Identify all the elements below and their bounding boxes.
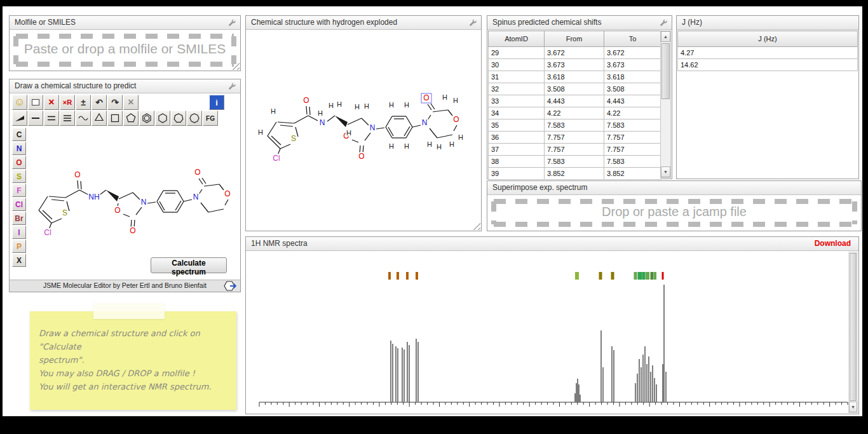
double-bond-button[interactable] (44, 111, 59, 126)
scroll-track[interactable] (661, 42, 670, 166)
wrench-icon[interactable] (227, 18, 236, 27)
undo-button[interactable]: ↶ (92, 95, 107, 110)
svg-text:O: O (453, 115, 459, 124)
smiley-button[interactable]: ☺ (12, 95, 27, 110)
editor-toolbar-row2: FG (12, 111, 219, 126)
sticky-note-line: You will get an interactive NMR spectrum… (39, 380, 236, 393)
chain-bond-button[interactable] (76, 111, 91, 126)
sticky-note: Draw a chemical structure and click on "… (30, 311, 236, 410)
j-row[interactable]: 14.62 (678, 59, 858, 71)
delete-button[interactable]: × (123, 95, 139, 110)
j-panel-titlebar: J (Hz) (677, 16, 858, 30)
shifts-row[interactable]: 334.4434.443 (489, 95, 661, 107)
shifts-row[interactable]: 367.7577.757 (489, 132, 661, 144)
download-link[interactable]: Download (815, 237, 851, 250)
single-bond-button[interactable] (28, 111, 43, 126)
cyclohexane-ring-button[interactable] (155, 111, 170, 126)
molfile-panel-titlebar: Molfile or SMILES (10, 16, 240, 30)
sticky-note-text: Draw a chemical structure and click on "… (39, 327, 236, 393)
cycloheptane-ring-button[interactable] (171, 111, 186, 126)
rgroup-button[interactable]: ×R (60, 95, 75, 110)
shifts-row[interactable]: 313.6183.618 (489, 71, 661, 83)
spectrum-scrollbar[interactable]: ▼ (848, 252, 858, 413)
wedge-bond-button[interactable] (12, 111, 27, 126)
element-button-br[interactable]: Br (12, 212, 26, 225)
toolbar-spacer (139, 95, 209, 110)
shifts-cell: 3.508 (545, 83, 604, 95)
shifts-panel-titlebar: Spinus predicted chemical shifts (487, 16, 672, 30)
shifts-scrollbar[interactable]: ▲ ▼ (660, 31, 671, 178)
dropzone-dash-border (494, 199, 855, 204)
molfile-dropzone-text: Paste or drop a molfile or SMILES (11, 41, 239, 57)
triple-bond-button[interactable] (60, 111, 75, 126)
shifts-row[interactable]: 293.6723.672 (489, 47, 661, 59)
element-button-n[interactable]: N (12, 142, 26, 155)
shifts-row[interactable]: 377.7577.757 (489, 144, 661, 156)
shifts-cell: 29 (489, 47, 545, 59)
svg-text:H: H (364, 102, 369, 110)
shifts-row[interactable]: 393.8523.852 (489, 168, 661, 180)
shifts-row[interactable]: 387.5837.583 (489, 156, 661, 168)
functional-group-button[interactable]: FG (203, 111, 218, 126)
editor-footer-text: JSME Molecular Editor by Peter Ertl and … (43, 281, 207, 289)
resize-handle[interactable] (473, 222, 480, 230)
j-row[interactable]: 4.27 (678, 47, 858, 59)
benzene-ring-button[interactable] (139, 111, 154, 126)
wrench-icon[interactable] (468, 18, 477, 27)
cyclopropane-ring-button[interactable] (92, 111, 107, 126)
molfile-dropzone[interactable]: Paste or drop a molfile or SMILES (11, 31, 239, 69)
shifts-cell: 7.757 (545, 144, 604, 156)
redo-button[interactable]: ↷ (107, 95, 123, 110)
svg-text:O: O (224, 189, 230, 198)
scroll-down-button[interactable]: ▼ (849, 402, 857, 412)
cyclooctane-ring-button[interactable] (187, 111, 202, 126)
jsme-logo-icon[interactable] (224, 281, 238, 291)
svg-text:N: N (370, 123, 376, 132)
shifts-cell: 4.22 (545, 107, 604, 119)
select-rectangle-button[interactable] (28, 95, 43, 110)
scroll-track[interactable] (849, 252, 857, 402)
element-button-x[interactable]: X (12, 254, 26, 267)
editor-molecule-svg[interactable]: SClONHOONNOO (27, 154, 241, 269)
superimpose-panel: Superimpose exp. spectrum Drop or paste … (487, 180, 862, 231)
element-button-o[interactable]: O (12, 156, 26, 169)
svg-text:NH: NH (88, 193, 99, 201)
scroll-down-button[interactable]: ▼ (661, 166, 670, 177)
shifts-row[interactable]: 344.224.22 (489, 107, 661, 119)
nmr-spectrum-svg[interactable] (247, 252, 849, 414)
shifts-cell: 35 (489, 119, 545, 132)
shifts-row[interactable]: 303.6733.673 (489, 59, 661, 71)
shifts-cell: 7.757 (545, 132, 604, 144)
molfile-panel: Molfile or SMILES Paste or drop a molfil… (9, 15, 241, 71)
scroll-thumb[interactable] (850, 253, 857, 401)
shifts-cell: 7.583 (604, 156, 661, 168)
wrench-icon[interactable] (227, 82, 236, 91)
cyclopentane-ring-button[interactable] (123, 111, 139, 126)
shifts-row[interactable]: 357.5837.583 (489, 119, 661, 132)
clear-button[interactable]: × (44, 95, 59, 110)
svg-text:H: H (318, 109, 323, 117)
shifts-cell: 36 (489, 132, 545, 144)
shifts-cell: 3.618 (545, 71, 604, 83)
jcamp-dropzone[interactable]: Drop or paste a jcamp file (489, 196, 860, 229)
shifts-row[interactable]: 323.5083.508 (489, 83, 661, 95)
cyclobutane-ring-button[interactable] (107, 111, 123, 126)
charge-button[interactable]: ± (76, 95, 91, 110)
info-button[interactable]: i (209, 95, 224, 110)
exploded-molecule-svg[interactable]: SClONOONNOOHHHHHHHHHHHHHHHHHH (251, 76, 477, 210)
calculate-spectrum-button[interactable]: Calculate spectrum (151, 257, 227, 273)
element-button-cl[interactable]: Cl (12, 198, 26, 211)
svg-text:Cl: Cl (273, 154, 280, 163)
wrench-icon[interactable] (659, 18, 668, 27)
element-button-s[interactable]: S (12, 170, 26, 183)
scroll-up-button[interactable]: ▲ (661, 31, 670, 42)
element-button-p[interactable]: P (12, 240, 26, 253)
scroll-thumb[interactable] (661, 43, 670, 99)
svg-text:H: H (258, 128, 263, 136)
element-button-c[interactable]: C (12, 128, 26, 141)
j-table-body: 4.2714.62 (678, 47, 858, 71)
element-button-f[interactable]: F (12, 184, 26, 197)
shifts-cell: 4.443 (604, 95, 661, 107)
shifts-col-from: From (545, 31, 604, 47)
element-button-i[interactable]: I (12, 226, 26, 239)
